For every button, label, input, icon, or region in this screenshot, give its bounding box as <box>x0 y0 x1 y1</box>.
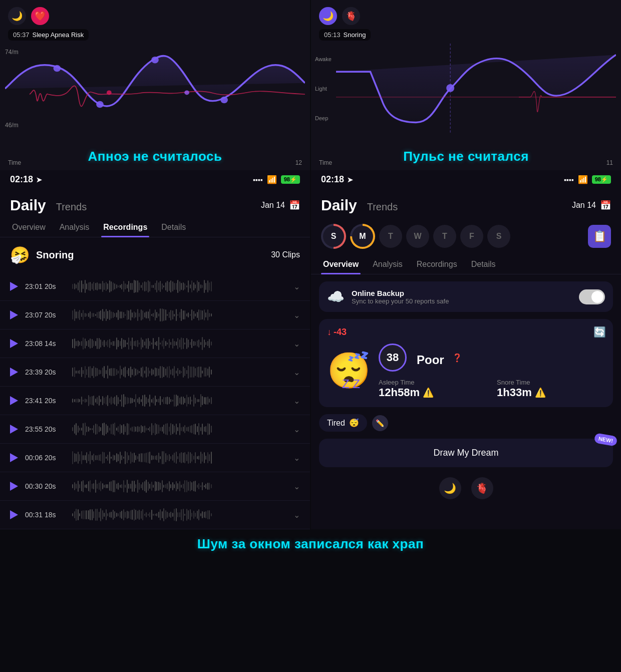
right-nav-trends[interactable]: Trends <box>367 201 398 213</box>
asleep-warn-icon: ⚠️ <box>423 387 434 398</box>
right-heart-icon[interactable]: 🫀 <box>342 7 360 25</box>
tab-details-left[interactable]: Details <box>159 218 188 237</box>
clip-time: 23:01 20s <box>25 282 65 290</box>
day-circle-f5[interactable]: F <box>460 225 483 248</box>
svg-point-1 <box>96 101 104 108</box>
calendar-icon[interactable]: 📅 <box>289 200 300 211</box>
tab-overview-right[interactable]: Overview <box>321 255 361 274</box>
left-tag: 05:37 Sleep Apnea Risk <box>8 29 89 41</box>
left-status-time: 02:18 ➤ <box>10 174 42 185</box>
stage-labels: Awake Light Deep <box>315 54 332 124</box>
right-chart-svg <box>336 44 616 134</box>
expand-icon[interactable]: ⌄ <box>293 310 300 320</box>
day-circle-t2[interactable]: T <box>379 225 402 248</box>
expand-icon[interactable]: ⌄ <box>293 510 300 520</box>
refresh-icon[interactable]: 🔄 <box>593 326 606 338</box>
dream-label[interactable]: Draw My Dream <box>433 448 498 458</box>
recordings-title: Snoring <box>36 249 265 261</box>
left-tag-label: Sleep Apnea Risk <box>33 31 84 39</box>
score-number: 38 <box>379 344 407 372</box>
heart-bottom-icon[interactable]: 🫀 <box>471 477 493 499</box>
left-panel-header: 🌙 ❤️ <box>0 0 310 29</box>
right-location-icon: ➤ <box>347 176 353 184</box>
right-nav-daily: Daily <box>321 197 357 214</box>
backup-toggle[interactable] <box>579 289 605 304</box>
edit-icon[interactable]: ✏️ <box>372 415 388 431</box>
play-button[interactable] <box>10 510 18 519</box>
play-button[interactable] <box>10 310 18 319</box>
clip-item: 23:08 14s⌄ <box>0 329 310 358</box>
avatar: 😴 Z Z <box>327 353 371 390</box>
moon-icon[interactable]: 🌙 <box>8 7 26 25</box>
svg-point-3 <box>220 97 228 104</box>
left-nav-date: Jan 14 📅 <box>261 200 300 211</box>
tab-recordings-left[interactable]: Recordings <box>101 218 149 237</box>
dream-card[interactable]: Draw My Dream NEW! <box>319 439 613 467</box>
clip-time: 23:41 20s <box>25 397 65 405</box>
waveform <box>72 478 286 494</box>
day-circle-s6[interactable]: S <box>487 225 510 248</box>
right-calendar-icon[interactable]: 📅 <box>600 200 611 211</box>
expand-icon[interactable]: ⌄ <box>293 482 300 491</box>
tab-recordings-right[interactable]: Recordings <box>415 255 459 274</box>
right-status-bar: 02:18 ➤ ▪▪▪▪ 📶 98⚡ <box>310 170 621 189</box>
right-signal-icon: ▪▪▪▪ <box>564 176 574 184</box>
expand-icon[interactable]: ⌄ <box>293 425 300 434</box>
snore-warn-icon: ⚠️ <box>535 387 546 398</box>
waveform <box>72 335 286 352</box>
notes-icon[interactable]: 📋 <box>588 225 611 248</box>
right-app-panel: Daily Trends Jan 14 📅 SMTWTFS📋 Overview … <box>310 189 621 529</box>
tired-label: Tired <box>327 419 345 428</box>
clip-time: 23:39 20s <box>25 368 65 376</box>
waveform <box>72 307 286 323</box>
left-screenshot: 🌙 ❤️ 05:37 Sleep Apnea Risk 74/m 46/m <box>0 0 310 170</box>
app-panels: Daily Trends Jan 14 📅 Overview Analysis … <box>0 189 621 529</box>
stats-row: Asleep Time 12h58m ⚠️ Snore Time 1h33m ⚠… <box>379 379 605 399</box>
waveform <box>72 393 286 409</box>
y-labels: 74/m 46/m <box>5 44 19 134</box>
score-help[interactable]: ❓ <box>452 353 462 363</box>
play-button[interactable] <box>10 425 18 434</box>
play-button[interactable] <box>10 368 18 377</box>
tab-analysis-right[interactable]: Analysis <box>371 255 405 274</box>
clip-time: 00:06 20s <box>25 454 65 462</box>
score-info: 38 Poor ❓ Asleep Time 12h58m ⚠️ <box>379 344 605 399</box>
delta-badge: ↓ -43 <box>327 327 347 338</box>
svg-point-5 <box>184 90 189 95</box>
day-circle-t4[interactable]: T <box>433 225 456 248</box>
heart-icon[interactable]: ❤️ <box>31 7 49 25</box>
play-button[interactable] <box>10 282 18 291</box>
expand-icon[interactable]: ⌄ <box>293 282 300 291</box>
left-nav-trends[interactable]: Trends <box>56 201 87 213</box>
left-nav-daily: Daily <box>10 197 46 214</box>
tired-emoji: 😴 <box>349 418 359 428</box>
expand-icon[interactable]: ⌄ <box>293 453 300 463</box>
expand-icon[interactable]: ⌄ <box>293 339 300 349</box>
play-button[interactable] <box>10 396 18 405</box>
left-chart: 74/m 46/m <box>0 44 310 134</box>
play-button[interactable] <box>10 453 18 462</box>
expand-icon[interactable]: ⌄ <box>293 396 300 406</box>
asleep-stat: Asleep Time 12h58m ⚠️ <box>379 379 487 399</box>
recordings-header: 🤧 Snoring 30 Clips <box>0 237 310 272</box>
moon-bottom-icon[interactable]: 🌙 <box>439 477 461 499</box>
clip-item: 00:31 18s⌄ <box>0 501 310 529</box>
right-nav-date: Jan 14 📅 <box>572 200 611 211</box>
svg-point-4 <box>107 90 112 95</box>
expand-icon[interactable]: ⌄ <box>293 368 300 377</box>
play-button[interactable] <box>10 339 18 348</box>
clip-time: 23:07 20s <box>25 311 65 319</box>
bottom-caption: Шум за окном записался как храп <box>0 529 621 557</box>
play-button[interactable] <box>10 482 18 491</box>
tab-overview-left[interactable]: Overview <box>10 218 48 237</box>
clip-item: 00:30 20s⌄ <box>0 472 310 501</box>
tab-details-right[interactable]: Details <box>469 255 498 274</box>
day-circle-s[interactable]: S <box>321 224 346 249</box>
day-circle-w3[interactable]: W <box>406 225 429 248</box>
clip-time: 23:55 20s <box>25 425 65 433</box>
day-circle-m[interactable]: M <box>350 224 375 249</box>
right-moon-icon[interactable]: 🌙 <box>319 7 337 25</box>
clip-item: 00:06 20s⌄ <box>0 444 310 472</box>
clip-time: 23:08 14s <box>25 340 65 348</box>
tab-analysis-left[interactable]: Analysis <box>58 218 92 237</box>
